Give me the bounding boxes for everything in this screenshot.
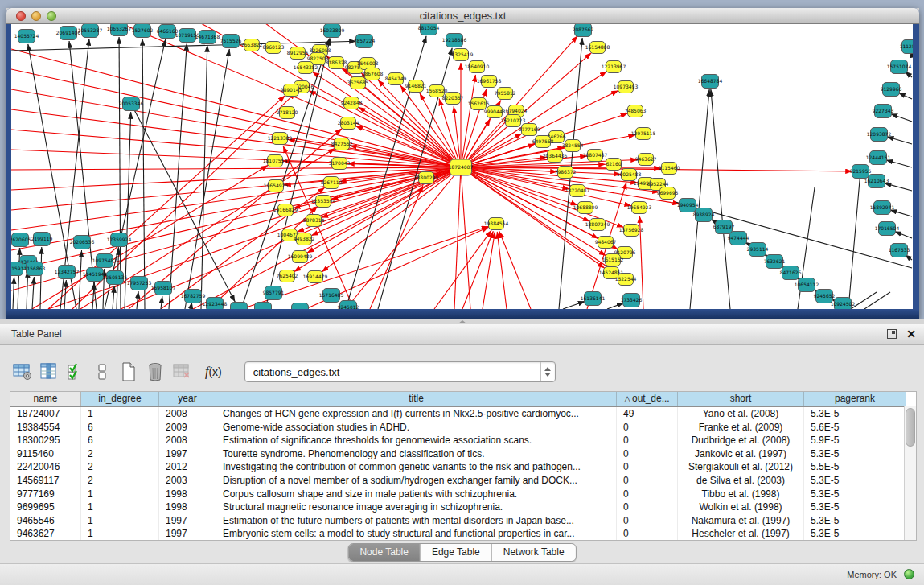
cell-year: 2012 (159, 460, 216, 474)
graph-node[interactable] (292, 303, 309, 310)
node-label: 2087662 (573, 27, 594, 32)
graph-node[interactable] (255, 303, 272, 310)
cell-name: 18300295 (10, 434, 81, 447)
node-table: namein_degreeyeartitle△out_de...shortpag… (10, 391, 917, 541)
citation-edge-red (497, 232, 507, 309)
node-label: 10973493 (614, 84, 639, 89)
column-header-in-degree[interactable]: in_degree (81, 392, 159, 406)
node-label: 8471626 (780, 270, 802, 275)
table-panel-header: Table Panel ✕ (0, 324, 924, 345)
node-label: 7663822 (241, 42, 263, 47)
node-label: 3675685 (347, 80, 369, 85)
table-row[interactable]: 2242004622012Investigating the contribut… (10, 460, 916, 474)
cell-name: 9699695 (10, 501, 81, 514)
node-label: 10688809 (573, 204, 598, 210)
delete-rows-icon[interactable] (144, 360, 166, 384)
citation-edge-black (848, 171, 860, 309)
node-label: 16961758 (477, 78, 502, 84)
citation-edge-red (461, 167, 598, 238)
select-all-rows-icon[interactable] (64, 360, 87, 384)
citation-edge-black (563, 301, 585, 309)
node-label: 10553287 (78, 27, 103, 33)
column-header-title[interactable]: title (216, 392, 617, 406)
column-header-pagerank[interactable]: pagerank (804, 392, 906, 406)
citation-edge-black (27, 270, 28, 309)
node-label: 8938924 (693, 212, 715, 217)
node-label: 17957253 (127, 280, 152, 286)
cell-title: Estimation of the future numbers of pati… (216, 514, 617, 528)
desktop-background (0, 8, 6, 323)
table-row[interactable]: 1456911722003Disruption of a novel membe… (10, 474, 916, 488)
node-label: 12444151 (866, 154, 891, 160)
cell-out-de-: 0 (617, 460, 678, 474)
citation-edge-black (18, 248, 20, 309)
cell-title: Investigating the contribution of common… (216, 460, 617, 474)
node-label: 1112541 (900, 43, 913, 49)
table-tabs-bar: Node Table Edge Table Network Table (0, 541, 924, 563)
node-label: 9890143 (281, 87, 302, 93)
node-label: 9463627 (635, 156, 657, 162)
table-selector-dropdown[interactable]: citations_edges.txt (244, 361, 556, 382)
table-row[interactable]: 1872400712008Changes of HCN gene express… (10, 407, 916, 421)
citation-edge-red (11, 167, 461, 210)
table-row[interactable]: 969969511998Structural magnetic resonanc… (10, 501, 916, 514)
column-header-short[interactable]: short (678, 392, 804, 406)
window-titlebar[interactable]: citations_edges.txt (6, 8, 919, 24)
cell-name: 22420046 (10, 460, 81, 474)
show-columns-icon[interactable] (38, 360, 60, 384)
memory-status-icon (904, 569, 914, 579)
citation-edge-red (11, 89, 461, 167)
function-builder-icon[interactable]: f(x) (205, 365, 222, 379)
node-label: 7632621 (764, 258, 786, 264)
table-row[interactable]: 977716911998Corpus callosum shape and si… (10, 488, 916, 501)
cell-out-de-: 0 (617, 514, 678, 528)
node-label: 13756928 (619, 227, 644, 233)
close-panel-icon[interactable]: ✕ (906, 328, 916, 340)
citation-edge-red (80, 148, 335, 309)
panel-resize-handle[interactable] (458, 320, 466, 323)
network-view[interactable]: 1405572420691406105532871065326715276026… (11, 24, 913, 309)
citation-edge-black (894, 232, 912, 238)
node-label: 7515526 (220, 38, 242, 43)
delete-table-icon[interactable] (170, 360, 193, 384)
cell-title: Corpus callosum shape and size in male p… (216, 488, 617, 501)
column-header-out-de-[interactable]: △out_de... (617, 392, 678, 406)
citation-edge-black (885, 183, 912, 191)
table-row[interactable]: 1830029562008Estimation of significance … (10, 434, 916, 447)
cell-out-de-: 0 (617, 488, 678, 501)
cell-short: Hescheler et al. (1997) (678, 527, 804, 541)
tab-network-table[interactable]: Network Table (492, 544, 576, 561)
memory-status-label: Memory: OK (847, 570, 897, 579)
node-label: 1940954 (677, 202, 699, 208)
node-label: 12093872 (867, 131, 892, 137)
node-label: 10807487 (583, 152, 608, 158)
citation-edge-black (131, 104, 235, 302)
table-row[interactable]: 946362711997Embryonic stem cells: a mode… (10, 527, 916, 541)
table-settings-icon[interactable] (11, 360, 34, 384)
node-label: 7857224 (354, 38, 376, 43)
tab-node-table[interactable]: Node Table (348, 544, 421, 561)
column-header-year[interactable]: year (159, 392, 216, 406)
unselect-all-rows-icon[interactable] (91, 360, 113, 384)
citation-edge-red (11, 167, 461, 190)
node-label: 16210723 (501, 117, 526, 123)
new-document-icon[interactable] (117, 360, 140, 384)
citation-network-graph[interactable]: 1405572420691406105532871065326715276026… (11, 24, 913, 309)
graph-node[interactable] (231, 303, 248, 310)
table-row[interactable]: 911546021997Tourette syndrome. Phenomeno… (10, 447, 916, 461)
table-row[interactable]: 1938455462009Genome-wide association stu… (10, 421, 916, 435)
citation-edge-red (370, 185, 423, 309)
node-label: 11325419 (449, 51, 474, 57)
scrollbar-thumb[interactable] (906, 408, 915, 447)
citation-edge-black (32, 277, 34, 309)
cell-in-degree: 6 (81, 421, 159, 435)
table-scrollbar[interactable] (904, 406, 916, 540)
node-label: 9146821 (405, 83, 427, 89)
table-row[interactable]: 946554611997Estimation of the future num… (10, 514, 916, 528)
float-panel-icon[interactable] (887, 329, 897, 339)
node-label: 8220357 (442, 95, 464, 101)
tab-edge-table[interactable]: Edge Table (421, 544, 492, 561)
node-label: 16958107 (151, 285, 176, 290)
column-header-name[interactable]: name (10, 392, 81, 406)
node-label: 1733426 (621, 297, 643, 303)
